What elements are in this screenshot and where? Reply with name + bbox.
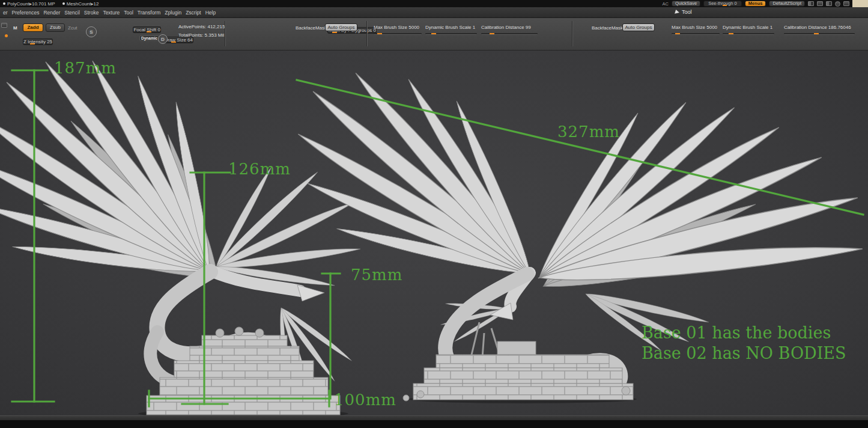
measurement-label-327mm: 327mm: [557, 123, 620, 141]
title-bar: PolyCount▸10.701 MP MeshCount▸12 AC Quic…: [0, 0, 868, 7]
calibration-distance-track-1[interactable]: [481, 33, 538, 35]
panel-left-layout-icon[interactable]: [808, 1, 814, 6]
menu-item-stroke[interactable]: Stroke: [84, 10, 99, 16]
menu-item-texture[interactable]: Texture: [103, 10, 120, 16]
base-note-line-2: Base 02 has NO BODIES: [642, 344, 846, 362]
top-shelf: M Zadd Zsub Zcut Z Intensity 25 S Focal …: [0, 18, 868, 50]
max-brush-size-slider-1[interactable]: Max Brush Size 5000: [374, 25, 419, 30]
calibration-distance-slider-2[interactable]: Calibration Distance 186.76046: [784, 25, 851, 30]
menu-item-zplugin[interactable]: Zplugin: [165, 10, 181, 16]
measurement-label-100mm: 100mm: [334, 391, 396, 409]
corner-swatch: [852, 0, 868, 7]
dynamic-brush-scale-slider-1[interactable]: Dynamic Brush Scale 1: [425, 25, 475, 30]
status-dot-icon: [3, 2, 5, 5]
bottom-tray[interactable]: [0, 415, 868, 428]
menu-item-help[interactable]: Help: [205, 10, 216, 16]
active-points-stat: ActivePoints: 412,215: [178, 24, 225, 29]
viewport-canvas[interactable]: 187mm 126mm 75mm 100mm 327mm Base 01 has…: [0, 50, 868, 415]
tool-palette-header[interactable]: Tool: [675, 9, 692, 15]
dynamic-brush-scale-track-1[interactable]: [425, 33, 477, 35]
panel-full-layout-icon[interactable]: [817, 1, 823, 6]
tray-bar: [0, 420, 868, 428]
zcut-button[interactable]: Zcut: [68, 25, 77, 31]
menu-item-truncated[interactable]: er: [3, 10, 8, 16]
max-brush-size-track-2[interactable]: [672, 33, 720, 35]
menu-bar: er Preferences Render Stencil Stroke Tex…: [0, 7, 868, 18]
measurement-label-126mm: 126mm: [228, 160, 291, 178]
menu-item-zscript[interactable]: Zscript: [186, 10, 201, 16]
shelf-divider: [572, 21, 572, 46]
menu-item-transform[interactable]: Transform: [138, 10, 160, 16]
shelf-divider: [225, 21, 225, 46]
zsub-button[interactable]: Zsub: [46, 23, 65, 32]
default-zscript-button[interactable]: DefaultZScript: [769, 1, 805, 7]
backface-mask-button-1[interactable]: BackfaceMask: [296, 25, 327, 31]
auto-groups-button-1[interactable]: Auto Groups: [325, 23, 357, 31]
refresh-icon[interactable]: [835, 1, 840, 7]
polycount-stat: PolyCount▸10.701 MP: [3, 1, 55, 7]
focal-shift-slider[interactable]: Focal Shift 0: [133, 26, 160, 33]
menu-item-tool[interactable]: Tool: [124, 10, 133, 16]
tray-divider[interactable]: [0, 415, 868, 420]
ac-label: AC: [662, 1, 668, 7]
cursor-arrow-icon: [675, 10, 680, 15]
auto-groups-button-2[interactable]: Auto Groups: [622, 23, 655, 31]
dynamic-brush-scale-track-2[interactable]: [723, 33, 774, 35]
dynamic-brush-scale-slider-2[interactable]: Dynamic Brush Scale 1: [723, 25, 772, 30]
truncated-shelf-icon[interactable]: [1, 23, 7, 28]
total-points-stat: TotalPoints: 5.353 Mil: [178, 32, 224, 38]
base-note-line-1: Base 01 has the bodies: [642, 323, 831, 342]
mrgb-m-button[interactable]: M: [13, 25, 17, 31]
z-intensity-slider[interactable]: Z Intensity 25: [23, 38, 53, 45]
max-brush-size-track-1[interactable]: [374, 33, 422, 35]
zbrush-window: PolyCount▸10.701 MP MeshCount▸12 AC Quic…: [0, 0, 868, 428]
menu-item-stencil[interactable]: Stencil: [64, 10, 80, 16]
dynamic-draw-size-toggle[interactable]: Dynamic: [139, 35, 159, 41]
zadd-button[interactable]: Zadd: [23, 23, 43, 32]
panel-right-layout-icon[interactable]: [826, 1, 832, 6]
max-brush-size-slider-2[interactable]: Max Brush Size 5000: [672, 25, 717, 30]
menu-item-preferences[interactable]: Preferences: [12, 10, 40, 16]
see-through-slider[interactable]: See-through 0: [703, 1, 742, 7]
divider-config-icon[interactable]: [843, 1, 849, 6]
shelf-divider: [366, 21, 367, 46]
quicksave-button[interactable]: QuickSave: [672, 1, 700, 7]
backface-mask-button-2[interactable]: BackfaceMask: [592, 25, 623, 31]
status-dot-icon: [62, 2, 65, 5]
stroke-type-icon[interactable]: S: [86, 26, 97, 37]
calibration-distance-track-2[interactable]: [784, 33, 855, 35]
measurement-label-75mm: 75mm: [351, 266, 402, 284]
dynamic-mode-icon[interactable]: D: [158, 34, 168, 44]
measurement-label-187mm: 187mm: [54, 59, 117, 77]
calibration-distance-slider-1[interactable]: Calibration Distance 99: [481, 25, 531, 30]
active-color-indicator-icon: [5, 34, 8, 37]
menu-item-render[interactable]: Render: [43, 10, 60, 16]
meshcount-stat: MeshCount▸12: [62, 1, 99, 7]
menus-button[interactable]: Menus: [745, 1, 766, 7]
